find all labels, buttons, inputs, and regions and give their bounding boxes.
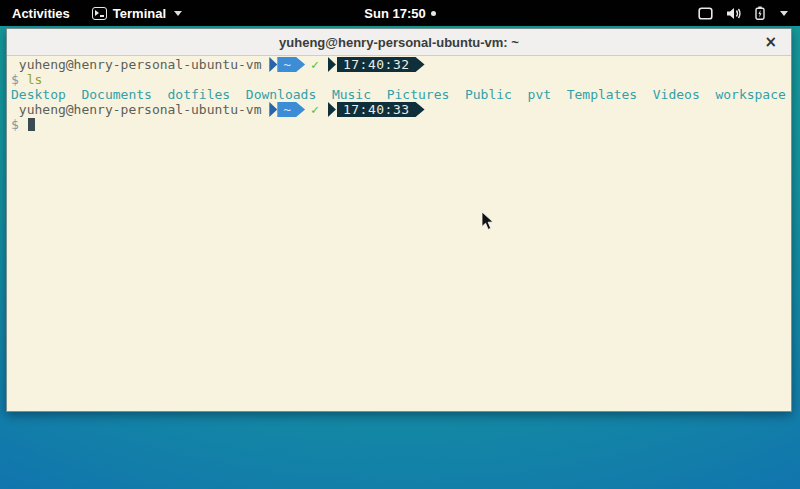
cwd-segment: ~ <box>277 57 305 72</box>
text-cursor <box>28 118 35 131</box>
terminal-content[interactable]: yuheng@henry-personal-ubuntu-vm ~ ✓ 17:4… <box>7 56 791 411</box>
top-bar: Activities Terminal Sun 17:50 <box>0 0 800 26</box>
screen-icon <box>698 7 713 20</box>
clock[interactable]: Sun 17:50 <box>364 6 425 21</box>
powerline-arrow-icon <box>269 57 277 72</box>
titlebar[interactable]: yuheng@henry-personal-ubuntu-vm: ~ × <box>7 29 791 56</box>
prompt-user-host: yuheng@henry-personal-ubuntu-vm <box>11 57 269 72</box>
powerline-arrow-icon <box>328 102 336 117</box>
command-text: ls <box>27 72 43 87</box>
volume-icon <box>726 7 742 20</box>
current-command-line: $ <box>11 117 791 132</box>
app-menu-label: Terminal <box>113 6 166 21</box>
terminal-icon <box>92 7 107 20</box>
system-menu-chevron-icon <box>780 11 788 16</box>
directory-list: Desktop Documents dotfiles Downloads Mus… <box>11 87 786 102</box>
time-segment: 17:40:33 <box>337 102 425 117</box>
terminal-app-menu[interactable]: Terminal <box>82 0 192 26</box>
time-segment: 17:40:32 <box>337 57 425 72</box>
system-status-area[interactable] <box>686 0 800 26</box>
prompt-symbol: $ <box>11 72 19 87</box>
success-check-icon: ✓ <box>311 57 319 72</box>
media-indicator-dot <box>431 11 436 16</box>
success-check-icon: ✓ <box>311 102 319 117</box>
cwd-segment: ~ <box>277 102 305 117</box>
chevron-down-icon <box>174 11 182 16</box>
command-line: $ ls <box>11 72 791 87</box>
battery-charging-icon <box>755 6 765 20</box>
powerline-arrow-icon <box>269 102 277 117</box>
desktop-background: Activities Terminal Sun 17:50 <box>0 0 800 489</box>
close-button[interactable]: × <box>764 35 777 50</box>
prompt-user-host: yuheng@henry-personal-ubuntu-vm <box>11 102 269 117</box>
prompt-line: yuheng@henry-personal-ubuntu-vm ~ ✓ 17:4… <box>11 57 791 72</box>
prompt-symbol: $ <box>11 117 19 132</box>
activities-button[interactable]: Activities <box>0 0 82 26</box>
prompt-line: yuheng@henry-personal-ubuntu-vm ~ ✓ 17:4… <box>11 102 791 117</box>
ls-output-line: Desktop Documents dotfiles Downloads Mus… <box>11 87 791 102</box>
window-title: yuheng@henry-personal-ubuntu-vm: ~ <box>279 35 519 50</box>
powerline-arrow-icon <box>328 57 336 72</box>
terminal-window: yuheng@henry-personal-ubuntu-vm: ~ × yuh… <box>6 28 792 412</box>
